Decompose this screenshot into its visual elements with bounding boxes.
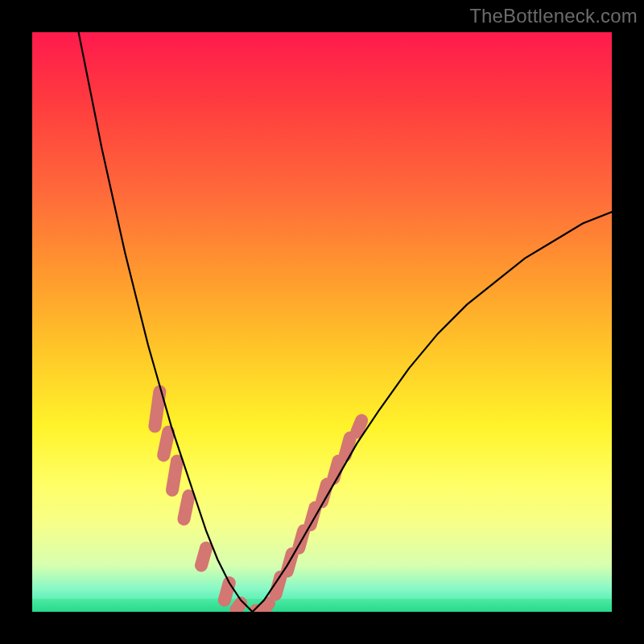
- plot-area: [32, 32, 612, 612]
- data-point-marker: [345, 438, 350, 456]
- data-point-marker: [172, 461, 177, 490]
- data-point-marker: [163, 432, 168, 456]
- data-point-marker: [201, 548, 206, 566]
- data-point-marker: [225, 583, 229, 601]
- curve-layer: [32, 32, 612, 612]
- data-point-marker: [236, 603, 241, 610]
- data-point-marker: [184, 496, 188, 519]
- bottleneck-curve: [79, 32, 612, 612]
- data-point-marker: [264, 603, 269, 610]
- watermark-text: TheBottleneck.com: [469, 5, 638, 27]
- data-point-marker: [357, 420, 361, 431]
- data-point-marker: [155, 391, 159, 426]
- chart-frame: TheBottleneck.com: [0, 0, 644, 644]
- data-point-markers: [155, 391, 361, 612]
